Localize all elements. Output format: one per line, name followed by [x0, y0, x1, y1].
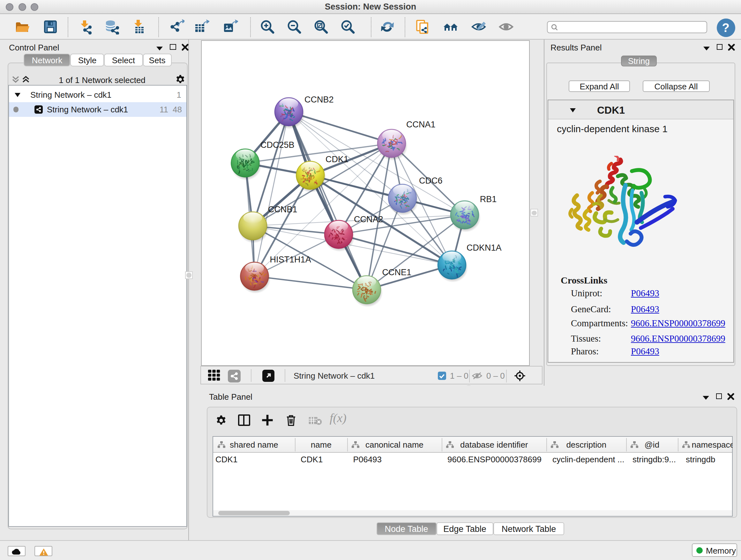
svg-text:CDC6: CDC6: [419, 176, 443, 185]
svg-text:CCNA1: CCNA1: [406, 119, 435, 129]
svg-text:HIST1H1A: HIST1H1A: [270, 254, 311, 264]
svg-text:CCNA2: CCNA2: [354, 214, 383, 224]
svg-text:CDKN1A: CDKN1A: [467, 243, 502, 252]
svg-text:CCNE1: CCNE1: [382, 267, 412, 277]
svg-text:CDK1: CDK1: [326, 154, 348, 164]
svg-text:CDC25B: CDC25B: [260, 140, 294, 149]
svg-text:CCNB2: CCNB2: [305, 95, 334, 104]
svg-text:CCNB1: CCNB1: [268, 204, 297, 214]
svg-text:RB1: RB1: [480, 194, 497, 204]
